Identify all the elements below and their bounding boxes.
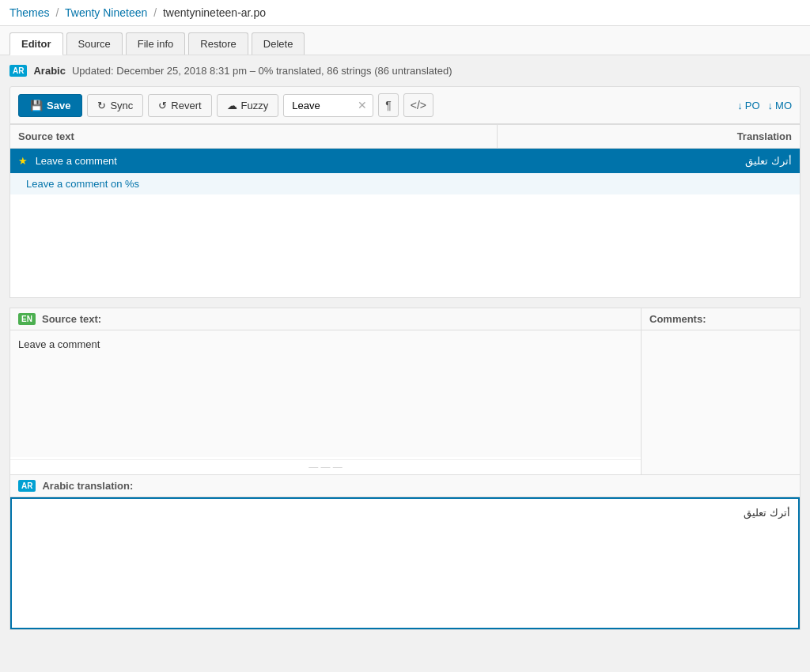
- language-info: Updated: December 25, 2018 8:31 pm – 0% …: [72, 65, 452, 77]
- download-po-label: PO: [745, 100, 760, 111]
- sync-label: Sync: [110, 100, 133, 111]
- code-button[interactable]: </>: [403, 93, 433, 117]
- source-lang-badge: EN: [18, 313, 36, 325]
- main-content: AR Arabic Updated: December 25, 2018 8:3…: [0, 55, 810, 640]
- code-icon: </>: [411, 99, 426, 111]
- star-icon: ★: [18, 155, 28, 167]
- filter-clear-icon[interactable]: ✕: [358, 99, 367, 111]
- tabs-bar: Editor Source File info Restore Delete: [0, 26, 810, 55]
- download-mo-label: MO: [775, 100, 792, 111]
- tab-fileinfo[interactable]: File info: [126, 32, 186, 55]
- breadcrumb-sep-1: /: [55, 6, 59, 19]
- source-header: EN Source text:: [10, 308, 641, 330]
- arabic-textarea-wrap: [10, 497, 800, 629]
- save-icon: 💾: [30, 100, 43, 111]
- filter-wrap: Leave Translated Untranslated Fuzzy ✕: [283, 94, 373, 117]
- save-button[interactable]: 💾 Save: [18, 94, 82, 117]
- selected-source-text: Leave a comment: [36, 155, 117, 167]
- fuzzy-button[interactable]: ☁ Fuzzy: [217, 94, 279, 117]
- revert-icon: ↺: [158, 100, 167, 111]
- source-textarea[interactable]: [10, 330, 641, 457]
- revert-button[interactable]: ↺ Revert: [148, 94, 211, 117]
- source-header-label: Source text:: [42, 313, 101, 325]
- col-translation-header: Translation: [498, 125, 801, 149]
- revert-label: Revert: [171, 100, 201, 111]
- editor-top: EN Source text: — — — Comments:: [10, 308, 800, 474]
- download-po-link[interactable]: ↓ PO: [737, 100, 759, 111]
- breadcrumb: Themes / Twenty Nineteen / twentyninetee…: [0, 0, 810, 26]
- arabic-lang-badge: AR: [18, 480, 36, 492]
- source-scroll-indicator: — — —: [10, 459, 641, 474]
- sync-button[interactable]: ↻ Sync: [87, 94, 143, 117]
- col-source-header: Source text: [10, 125, 498, 149]
- language-badge: AR: [9, 65, 27, 77]
- selected-translation-cell: أترك تعليق: [498, 149, 801, 174]
- comments-header: Comments:: [642, 308, 800, 330]
- toolbar: 💾 Save ↻ Sync ↺ Revert ☁ Fuzzy Leave Tra…: [9, 86, 801, 124]
- sub-row-text: Leave a comment on %s: [10, 173, 801, 194]
- selected-translation-text: أترك تعليق: [745, 155, 792, 167]
- fuzzy-icon: ☁: [227, 100, 237, 111]
- arabic-panel: AR Arabic translation:: [10, 474, 800, 629]
- translation-table: Source text Translation ★ Leave a commen…: [9, 124, 801, 298]
- table-empty-space: [10, 194, 801, 297]
- fuzzy-label: Fuzzy: [241, 100, 269, 111]
- save-label: Save: [47, 100, 70, 111]
- comments-body: [642, 330, 800, 457]
- download-mo-icon: ↓: [768, 100, 774, 111]
- download-links: ↓ PO ↓ MO: [737, 100, 792, 111]
- table-row[interactable]: Leave a comment on %s: [10, 173, 801, 194]
- table-header-row: Source text Translation: [10, 125, 801, 149]
- breadcrumb-themes-link[interactable]: Themes: [9, 6, 50, 19]
- download-po-icon: ↓: [737, 100, 743, 111]
- editor-panel: EN Source text: — — — Comments: AR Arabi…: [9, 308, 801, 630]
- sync-icon: ↻: [97, 100, 106, 111]
- selected-source-cell: ★ Leave a comment: [10, 149, 498, 174]
- breadcrumb-theme-link[interactable]: Twenty Nineteen: [65, 6, 147, 19]
- language-status: AR Arabic Updated: December 25, 2018 8:3…: [9, 65, 801, 77]
- breadcrumb-file: twentynineteen-ar.po: [163, 6, 266, 19]
- source-panel: EN Source text: — — —: [10, 308, 642, 474]
- language-name: Arabic: [33, 65, 65, 77]
- tab-delete[interactable]: Delete: [252, 32, 305, 55]
- arabic-translation-textarea[interactable]: [12, 499, 798, 625]
- arabic-header-label: Arabic translation:: [42, 480, 133, 492]
- table-row[interactable]: ★ Leave a comment أترك تعليق: [10, 149, 801, 174]
- pilcrow-button[interactable]: ¶: [378, 93, 399, 117]
- tab-source[interactable]: Source: [66, 32, 123, 55]
- comments-panel: Comments:: [642, 308, 800, 474]
- arabic-header: AR Arabic translation:: [10, 475, 800, 497]
- tab-editor[interactable]: Editor: [9, 32, 63, 55]
- breadcrumb-sep-2: /: [153, 6, 157, 19]
- pilcrow-icon: ¶: [385, 99, 392, 111]
- tab-restore[interactable]: Restore: [188, 32, 248, 55]
- download-mo-link[interactable]: ↓ MO: [768, 100, 792, 111]
